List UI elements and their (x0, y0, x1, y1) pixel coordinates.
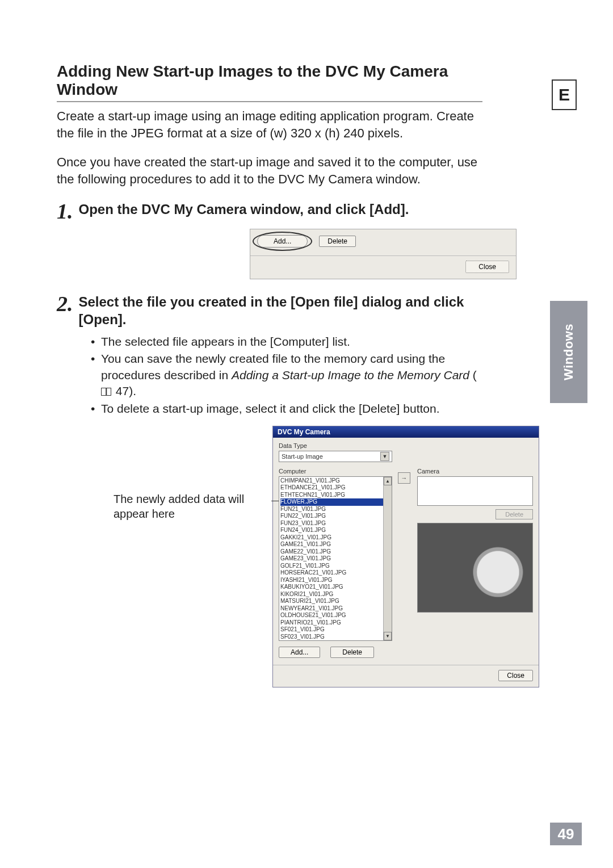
bullet-3: To delete a start-up image, select it an… (91, 401, 482, 417)
divider (250, 255, 516, 256)
list-item[interactable]: FUN24_VI01.JPG (280, 527, 392, 534)
bullet-2: You can save the newly created file to t… (91, 351, 482, 399)
list-item[interactable]: KABUKIYO21_VI01.JPG (280, 584, 392, 591)
computer-label: Computer (279, 468, 392, 475)
callout-label: The newly added data will appear here (114, 493, 244, 520)
intro-paragraph-2: Once you have created the start-up image… (57, 154, 482, 187)
list-item[interactable]: MATSURI21_VI01.JPG (280, 598, 392, 605)
intro-paragraph-1: Create a start-up image using an image e… (57, 108, 482, 141)
bullet-2-italic: Adding a Start-up Image to the Memory Ca… (232, 368, 469, 381)
transfer-right-button[interactable]: → (398, 472, 410, 484)
edge-letter-badge: E (552, 79, 577, 110)
scroll-down-icon[interactable]: ▼ (384, 632, 392, 640)
list-item[interactable]: IYASHI21_VI01.JPG (280, 577, 392, 584)
camera-listbox[interactable] (417, 476, 533, 506)
camera-label: Camera (417, 468, 533, 475)
list-item[interactable]: GAME22_VI01.JPG (280, 548, 392, 556)
data-type-label: Data Type (279, 442, 533, 449)
delete-button-2[interactable]: Delete (330, 647, 374, 658)
list-item[interactable]: FUN23_VI01.JPG (280, 520, 392, 527)
close-button-2[interactable]: Close (498, 670, 533, 681)
list-item[interactable]: ETHDANCE21_VI01.JPG (280, 484, 392, 492)
window-titlebar: DVC My Camera (273, 426, 539, 438)
divider-2 (273, 665, 539, 665)
list-item[interactable]: PIANTRIO21_VI01.JPG (280, 619, 392, 627)
data-type-dropdown[interactable]: Start-up Image ▼ (279, 451, 392, 462)
screenshot-add-delete: Add... Delete Close (250, 229, 517, 279)
page-ref-icon (101, 388, 111, 396)
section-heading: Adding New Start-up Images to the DVC My… (57, 62, 482, 102)
side-tab-label: Windows (561, 324, 576, 380)
list-item[interactable]: HORSERAC21_VI01.JPG (280, 569, 392, 577)
list-item[interactable]: ETHTECHN21_VI01.JPG (280, 492, 392, 499)
screenshot-dvc-my-camera: DVC My Camera Data Type Start-up Image ▼… (272, 426, 539, 687)
list-item[interactable]: SF021_VI01.JPG (280, 626, 392, 634)
delete-button[interactable]: Delete (319, 236, 356, 247)
step-2: 2. Select the file you created in the [O… (57, 293, 562, 328)
list-item[interactable]: FUN22_VI01.JPG (280, 513, 392, 520)
list-item[interactable]: OLDHOUSE21_VI01.JPG (280, 612, 392, 619)
list-item[interactable]: FLOWER.JPG (280, 498, 392, 506)
camera-delete-button[interactable]: Delete (496, 509, 533, 519)
bullet-2c: 47). (112, 384, 136, 397)
list-item[interactable]: GAKKI21_VI01.JPG (280, 534, 392, 542)
list-item[interactable]: SF023_VI01.JPG (280, 634, 392, 641)
side-tab-windows: Windows (550, 301, 587, 403)
list-item[interactable]: KIKORI21_VI01.JPG (280, 591, 392, 598)
chevron-down-icon[interactable]: ▼ (380, 452, 389, 461)
page-number: 49 (550, 823, 582, 845)
close-button[interactable]: Close (465, 261, 509, 273)
list-item[interactable]: GAME21_VI01.JPG (280, 541, 392, 548)
preview-image (417, 523, 533, 613)
add-button-2[interactable]: Add... (279, 647, 320, 658)
step-1-heading: Open the DVC My Camera window, and click… (79, 200, 488, 218)
data-type-value: Start-up Image (282, 453, 323, 460)
step-1-number: 1. (57, 200, 73, 222)
scroll-up-icon[interactable]: ▲ (384, 477, 392, 485)
list-item[interactable]: GOLF21_VI01.JPG (280, 563, 392, 570)
list-item[interactable]: NEWYEAR21_VI01.JPG (280, 605, 392, 613)
step-2-number: 2. (57, 293, 73, 315)
step-2-bullets: The selected file appears in the [Comput… (91, 334, 482, 417)
bullet-1: The selected file appears in the [Comput… (91, 334, 482, 350)
add-button[interactable]: Add... (257, 235, 308, 248)
step-1: 1. Open the DVC My Camera window, and cl… (57, 200, 562, 222)
list-item[interactable]: CHIMPAN21_VI01.JPG (280, 477, 392, 485)
list-item[interactable]: GAME23_VI01.JPG (280, 555, 392, 563)
callout-text: The newly added data will appear here (114, 426, 272, 521)
computer-listbox[interactable]: CHIMPAN21_VI01.JPGETHDANCE21_VI01.JPGETH… (279, 476, 392, 641)
scrollbar[interactable]: ▲ ▼ (383, 477, 392, 640)
step-2-heading: Select the file you created in the [Open… (79, 293, 488, 328)
list-item[interactable]: FUN21_VI01.JPG (280, 506, 392, 513)
